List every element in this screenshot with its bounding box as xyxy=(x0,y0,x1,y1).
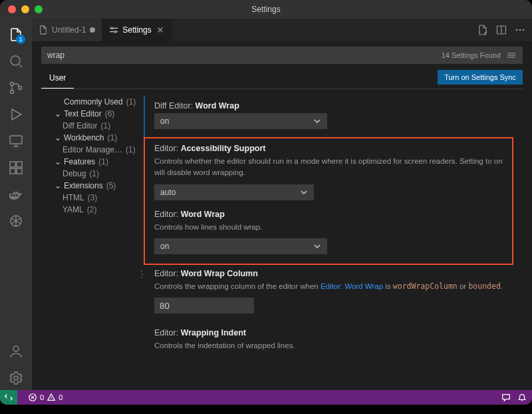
tab-untitled[interactable]: Untitled-1 xyxy=(32,19,102,41)
svg-point-0 xyxy=(11,56,20,65)
toc-yaml[interactable]: YAML(2) xyxy=(45,204,141,216)
file-icon xyxy=(39,25,48,35)
toc-commonly-used[interactable]: Commonly Used(1) xyxy=(45,96,141,108)
activity-bar: 1 xyxy=(0,19,32,390)
docker-icon[interactable] xyxy=(8,186,24,202)
feedback-icon xyxy=(501,393,511,402)
status-notifications[interactable] xyxy=(517,393,527,402)
more-actions-icon[interactable] xyxy=(515,25,525,35)
svg-rect-5 xyxy=(10,162,15,167)
toc-html[interactable]: HTML(3) xyxy=(45,192,141,204)
manage-gear-icon[interactable] xyxy=(8,370,24,386)
svg-point-11 xyxy=(14,376,18,380)
svg-point-15 xyxy=(516,29,518,31)
svg-rect-7 xyxy=(10,168,15,174)
run-debug-icon[interactable] xyxy=(8,106,24,122)
status-problems[interactable]: 0 0 xyxy=(28,393,63,402)
svg-point-1 xyxy=(11,83,14,86)
toc-debug[interactable]: Debug(1) xyxy=(45,168,141,180)
titlebar: Settings xyxy=(0,0,532,19)
window-title: Settings xyxy=(0,5,532,14)
setting-description: Controls the indentation of wrapped line… xyxy=(154,340,508,351)
svg-rect-6 xyxy=(17,162,22,167)
chevron-down-icon xyxy=(313,242,321,250)
svg-point-2 xyxy=(11,91,14,94)
explorer-badge: 1 xyxy=(16,35,25,44)
explorer-icon[interactable]: 1 xyxy=(8,27,24,43)
settings-sync-button[interactable]: Turn on Settings Sync xyxy=(438,70,523,85)
toc-features[interactable]: ⌄Features(1) xyxy=(45,156,141,168)
setting-dropdown[interactable]: auto xyxy=(154,184,314,200)
editor-tabs: Untitled-1 Settings xyxy=(32,19,532,41)
setting-gear-icon[interactable] xyxy=(141,269,144,280)
remote-explorer-icon[interactable] xyxy=(8,133,24,149)
scope-user-tab[interactable]: User xyxy=(41,68,74,89)
toc-editor-management[interactable]: Editor Manage…(1) xyxy=(45,144,141,156)
settings-toc: Commonly Used(1) ⌄Text Editor(6) Diff Ed… xyxy=(41,89,141,390)
extensions-icon[interactable] xyxy=(8,160,24,176)
settings-tab-icon xyxy=(109,25,118,35)
svg-point-3 xyxy=(19,87,22,90)
svg-rect-4 xyxy=(10,136,22,144)
toc-diff-editor[interactable]: Diff Editor(1) xyxy=(45,120,141,132)
svg-rect-8 xyxy=(17,168,22,174)
search-icon[interactable] xyxy=(8,53,24,69)
warning-icon xyxy=(47,393,56,402)
setting-description: Controls the wrapping column of the edit… xyxy=(154,281,508,292)
settings-search-input[interactable] xyxy=(47,51,442,60)
remote-indicator[interactable] xyxy=(0,390,17,405)
open-json-icon[interactable] xyxy=(477,25,488,35)
status-bar: 0 0 xyxy=(0,390,532,405)
tab-label: Untitled-1 xyxy=(52,25,86,35)
toc-workbench[interactable]: ⌄Workbench(1) xyxy=(45,132,141,144)
svg-point-13 xyxy=(115,31,117,33)
tab-label: Settings xyxy=(122,25,151,35)
svg-point-17 xyxy=(523,29,525,31)
setting-wrapping-indent: Editor: Wrapping Indent Controls the ind… xyxy=(144,323,513,366)
status-feedback[interactable] xyxy=(501,393,511,402)
settings-found-count: 14 Settings Found xyxy=(442,51,501,59)
accounts-icon[interactable] xyxy=(8,343,24,359)
highlighted-settings-group: Editor: Accessibility Support Controls w… xyxy=(144,137,513,265)
setting-dropdown[interactable]: on xyxy=(154,113,327,129)
setting-description: Controls how lines should wrap. xyxy=(154,222,507,233)
source-control-icon[interactable] xyxy=(8,80,24,96)
tab-settings[interactable]: Settings xyxy=(102,19,172,41)
bell-icon xyxy=(517,393,527,402)
toc-text-editor[interactable]: ⌄Text Editor(6) xyxy=(45,108,141,120)
setting-number-input[interactable] xyxy=(154,298,254,313)
settings-list[interactable]: Diff Editor: Word Wrap on Editor: Access… xyxy=(141,89,523,390)
setting-link[interactable]: Editor: Word Wrap xyxy=(321,282,383,290)
setting-dropdown[interactable]: on xyxy=(154,238,327,254)
split-editor-icon[interactable] xyxy=(496,25,507,35)
clear-search-icon[interactable] xyxy=(506,50,517,61)
kubernetes-icon[interactable] xyxy=(8,213,24,229)
svg-point-16 xyxy=(519,29,521,31)
close-icon[interactable] xyxy=(156,25,165,35)
chevron-down-icon xyxy=(313,117,321,125)
svg-point-12 xyxy=(111,27,113,29)
toc-extensions[interactable]: ⌄Extensions(5) xyxy=(45,180,141,192)
dirty-indicator-icon xyxy=(90,27,95,33)
settings-search[interactable]: 14 Settings Found xyxy=(41,47,523,64)
svg-point-10 xyxy=(13,346,19,351)
setting-description: Controls whether the editor should run i… xyxy=(154,156,507,179)
error-icon xyxy=(28,393,37,402)
setting-diff-editor-word-wrap: Diff Editor: Word Wrap on xyxy=(144,96,513,138)
setting-word-wrap-column: Editor: Word Wrap Column Controls the wr… xyxy=(144,264,513,323)
chevron-down-icon xyxy=(300,188,308,196)
